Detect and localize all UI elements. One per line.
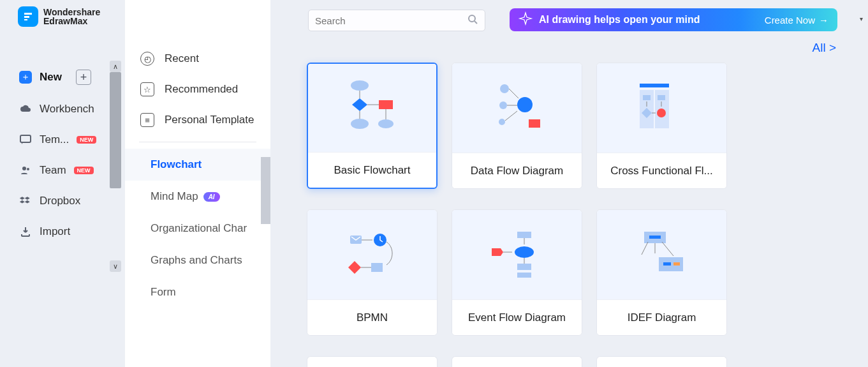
- card-title: IDEF Diagram: [597, 299, 726, 335]
- svg-rect-51: [673, 262, 680, 266]
- svg-point-40: [515, 246, 534, 258]
- svg-rect-26: [658, 95, 665, 100]
- template-row-partial: [307, 356, 727, 367]
- star-icon: ☆: [140, 82, 154, 96]
- arrow-right-icon: →: [819, 15, 828, 26]
- nav-label-dropbox: Dropbox: [40, 195, 80, 207]
- template-grid: Basic Flowchart Data Flow Diagram: [307, 63, 727, 336]
- search-box[interactable]: [308, 10, 485, 31]
- svg-point-4: [351, 80, 369, 91]
- document-icon: ≡: [140, 113, 154, 127]
- nav-label-workbench: Workbench: [40, 103, 94, 116]
- card-bpmn[interactable]: BPMN: [307, 209, 438, 336]
- svg-rect-37: [517, 232, 531, 238]
- ai-banner[interactable]: AI drawing helps open your mind Create N…: [510, 8, 837, 31]
- panel-personal-label: Personal Template: [165, 114, 254, 126]
- cat-form-label: Form: [151, 286, 176, 299]
- nav-label-templates: Tem...: [40, 133, 69, 146]
- svg-point-12: [351, 119, 369, 129]
- main-area: AI drawing helps open your mind Create N…: [271, 0, 868, 367]
- dropbox-icon: [19, 195, 32, 207]
- search-input[interactable]: [315, 15, 467, 26]
- card-event-flow[interactable]: Event Flow Diagram: [452, 209, 582, 336]
- nav-label-team: Team: [40, 164, 66, 177]
- svg-marker-6: [352, 98, 367, 111]
- card-cross-functional[interactable]: Cross Functional Fl...: [596, 63, 727, 189]
- new-badge: NEW: [77, 136, 96, 144]
- sparkle-icon: [519, 11, 533, 28]
- dropdown-arrow-icon[interactable]: ▾: [860, 15, 863, 22]
- cat-form[interactable]: Form: [125, 276, 270, 308]
- card-thumb: [308, 64, 436, 152]
- plus-solid-icon: ＋: [19, 71, 32, 84]
- nav-import[interactable]: Import: [0, 216, 108, 247]
- cat-org[interactable]: Organizational Char: [125, 213, 270, 244]
- card-thumb: [452, 210, 582, 299]
- cat-graphs[interactable]: Graphs and Charts: [125, 244, 270, 276]
- svg-rect-50: [663, 262, 671, 266]
- svg-rect-20: [529, 119, 540, 128]
- panel-scrollbar[interactable]: [261, 157, 270, 224]
- cat-flowchart[interactable]: Flowchart: [125, 149, 270, 181]
- clock-icon: ◴: [140, 52, 154, 66]
- panel-recommended-label: Recommended: [165, 83, 238, 96]
- svg-point-15: [499, 101, 507, 109]
- svg-point-2: [27, 168, 29, 170]
- brand-logo: Wondershare EdrawMax: [18, 6, 100, 27]
- nav-workbench[interactable]: Workbench: [0, 94, 108, 124]
- svg-rect-0: [20, 135, 31, 142]
- cat-flowchart-label: Flowchart: [151, 158, 202, 171]
- card-title: Cross Functional Fl...: [597, 153, 726, 188]
- category-panel: ◴ Recent ☆ Recommended ≡ Personal Templa…: [125, 0, 270, 367]
- banner-cta-label: Create Now: [765, 15, 815, 26]
- svg-rect-42: [517, 264, 531, 270]
- logo-icon: [18, 6, 38, 27]
- card-thumb: [597, 210, 726, 299]
- svg-point-10: [378, 119, 394, 128]
- nav-sidebar: ＋ New + Workbench Tem... NEW Team NEW Dr…: [0, 61, 108, 247]
- banner-text: AI drawing helps open your mind: [539, 14, 758, 26]
- svg-rect-8: [379, 100, 393, 109]
- nav-templates[interactable]: Tem... NEW: [0, 124, 108, 155]
- card-data-flow[interactable]: Data Flow Diagram: [452, 63, 582, 189]
- nav-label-new: New: [40, 71, 62, 84]
- card-thumb: [597, 63, 726, 153]
- svg-rect-43: [517, 273, 531, 278]
- card-stub[interactable]: [307, 356, 438, 367]
- card-basic-flowchart[interactable]: Basic Flowchart: [307, 63, 438, 189]
- svg-line-19: [505, 111, 517, 121]
- svg-line-48: [642, 242, 648, 255]
- brand-line2: EdrawMax: [43, 17, 100, 26]
- card-thumb: [307, 210, 437, 299]
- all-link[interactable]: All >: [813, 41, 837, 55]
- scroll-down-button[interactable]: ∨: [110, 260, 121, 272]
- svg-point-17: [517, 97, 533, 112]
- svg-rect-45: [649, 236, 661, 239]
- scrollbar-thumb[interactable]: [110, 72, 121, 188]
- cat-org-label: Organizational Char: [151, 222, 247, 235]
- nav-label-import: Import: [40, 225, 70, 238]
- import-icon: [19, 225, 32, 238]
- panel-recent[interactable]: ◴ Recent: [125, 43, 270, 74]
- card-idef[interactable]: IDEF Diagram: [596, 209, 727, 336]
- card-title: Data Flow Diagram: [452, 153, 582, 188]
- svg-marker-34: [348, 261, 361, 274]
- svg-rect-21: [640, 84, 669, 87]
- panel-recommended[interactable]: ☆ Recommended: [125, 74, 270, 105]
- panel-recent-label: Recent: [165, 52, 199, 65]
- cat-mindmap[interactable]: Mind MapAI: [125, 181, 270, 213]
- card-stub[interactable]: [596, 356, 727, 367]
- search-icon[interactable]: [467, 13, 478, 27]
- svg-point-1: [22, 167, 26, 170]
- svg-rect-24: [643, 95, 651, 100]
- panel-personal[interactable]: ≡ Personal Template: [125, 105, 270, 135]
- nav-team[interactable]: Team NEW: [0, 155, 108, 186]
- add-button[interactable]: +: [76, 70, 91, 85]
- nav-dropbox[interactable]: Dropbox: [0, 186, 108, 216]
- chat-icon: [19, 133, 32, 146]
- card-stub[interactable]: [452, 356, 582, 367]
- svg-point-13: [500, 84, 509, 93]
- nav-new[interactable]: ＋ New +: [0, 61, 108, 94]
- scroll-up-button[interactable]: ∧: [110, 61, 121, 72]
- banner-cta[interactable]: Create Now →: [765, 15, 828, 26]
